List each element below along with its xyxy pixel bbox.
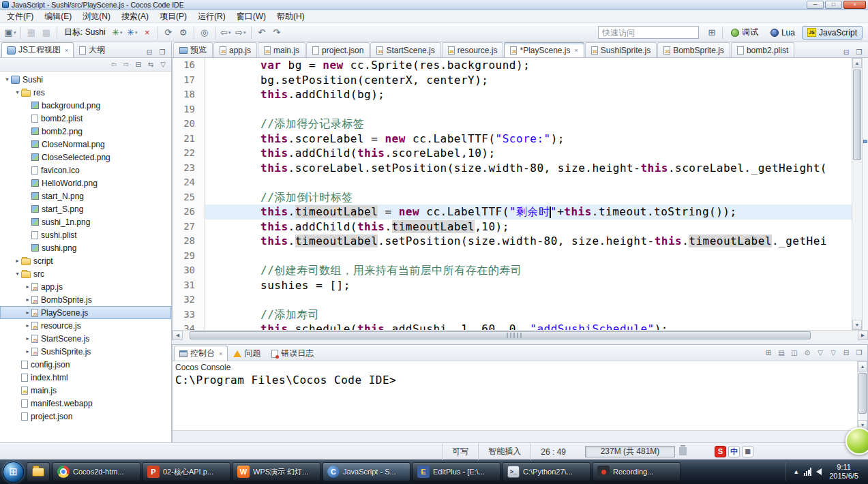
tab-startscene-js[interactable]: StartScene.js bbox=[370, 42, 440, 57]
tab-main-js[interactable]: main.js bbox=[258, 42, 305, 57]
tree-item-index-html[interactable]: index.html bbox=[0, 371, 171, 384]
editor-horizontal-scrollbar[interactable]: ◀ ▶ bbox=[173, 330, 868, 340]
tab-bomb2-plist[interactable]: bomb2.plist bbox=[731, 42, 794, 57]
tree-item-closeselected-png[interactable]: CloseSelected.png bbox=[0, 151, 171, 164]
tab-problems[interactable]: 问题 bbox=[228, 346, 266, 361]
minimize-editor-icon[interactable]: ⊟ bbox=[841, 46, 852, 57]
forward-icon[interactable]: ⇨▾ bbox=[233, 25, 248, 40]
scrollbar-thumb[interactable] bbox=[190, 331, 811, 339]
stop-icon[interactable]: × bbox=[140, 25, 155, 40]
tree-item-helloworld-png[interactable]: HelloWorld.png bbox=[0, 177, 171, 190]
search-icon[interactable]: ◎ bbox=[197, 25, 212, 40]
last-edit-location-icon[interactable]: ↶ bbox=[254, 25, 269, 40]
menu-edit[interactable]: 编辑(E) bbox=[39, 10, 77, 24]
tree-item-sushi-plist[interactable]: sushi.plist bbox=[0, 228, 171, 241]
scrollbar-thumb[interactable] bbox=[853, 70, 861, 160]
tree-item-playscene-js[interactable]: ▸PlayScene.js bbox=[0, 306, 171, 319]
minimize-console-icon[interactable]: ⊟ bbox=[841, 348, 852, 359]
explorer-taskbar-button[interactable] bbox=[27, 462, 50, 481]
scrollbar-thumb[interactable] bbox=[858, 373, 867, 414]
code-line-content[interactable]: //创建寿司数组，用来持有当前层中所有存在的寿司 bbox=[205, 263, 852, 278]
tab-js-project-view[interactable]: JS工程视图× bbox=[1, 42, 74, 57]
tab-app-js[interactable]: app.js bbox=[213, 42, 257, 57]
taskbar-recording[interactable]: Recording... bbox=[593, 462, 680, 481]
tree-item-res[interactable]: ▾res bbox=[0, 86, 171, 99]
tab-resource-js[interactable]: resource.js bbox=[442, 42, 504, 57]
quick-access-input[interactable] bbox=[598, 26, 699, 39]
back-icon[interactable]: ⇦▾ bbox=[218, 25, 233, 40]
console-view-menu-icon[interactable]: ▽ bbox=[828, 348, 839, 359]
scroll-up-icon[interactable]: ▲ bbox=[852, 58, 862, 68]
code-line-content[interactable]: //添加寿司 bbox=[205, 307, 852, 322]
target-selector[interactable]: 目标: Sushi bbox=[60, 27, 110, 38]
tab-error-log[interactable]: 错误日志 bbox=[266, 346, 319, 361]
tab-bombsprite-js[interactable]: BombSprite.js bbox=[657, 42, 730, 57]
overview-ruler[interactable] bbox=[862, 58, 868, 330]
taskbar-wps[interactable]: WWPS演示 幻灯... bbox=[233, 462, 320, 481]
code-line-content[interactable]: //添加倒计时标签 bbox=[205, 190, 852, 205]
close-view-icon[interactable]: × bbox=[219, 350, 222, 357]
tree-item-manifest-webapp[interactable]: manifest.webapp bbox=[0, 397, 171, 410]
floating-assistant-widget[interactable] bbox=[845, 427, 868, 455]
code-line-content[interactable]: sushies = []; bbox=[205, 278, 852, 293]
code-line-content[interactable]: this.timeoutLabel.setPosition(size.width… bbox=[205, 234, 852, 249]
keyboard-layout-icon[interactable]: ▦ bbox=[742, 446, 753, 457]
tab-outline[interactable]: 大纲 bbox=[74, 42, 110, 57]
view-menu-icon[interactable]: ▽ bbox=[158, 59, 168, 70]
tree-item-bombsprite-js[interactable]: ▸BombSprite.js bbox=[0, 293, 171, 306]
tab-project-json[interactable]: project.json bbox=[306, 42, 370, 57]
tray-expand-icon[interactable]: ▲ bbox=[793, 468, 799, 475]
tab-preview[interactable]: 预览 bbox=[173, 42, 213, 57]
code-line-content[interactable] bbox=[205, 102, 852, 117]
code-line-content[interactable]: this.timeoutLabel = new cc.LabelTTF("剩余时… bbox=[205, 205, 852, 220]
tab-sushisprite-js[interactable]: SushiSprite.js bbox=[585, 42, 657, 57]
menu-file[interactable]: 文件(F) bbox=[1, 10, 39, 24]
perspective-javascript[interactable]: JSJavaScript bbox=[802, 26, 863, 40]
tree-arrow-icon[interactable]: ▸ bbox=[24, 284, 31, 290]
scroll-up-icon[interactable]: ▲ bbox=[858, 361, 867, 372]
scroll-down-icon[interactable]: ▼ bbox=[852, 320, 862, 330]
scroll-left-icon[interactable]: ◀ bbox=[173, 331, 183, 340]
taskbar-chrome[interactable]: Cocos2d-htm... bbox=[53, 462, 140, 481]
tree-item-background-png[interactable]: background.png bbox=[0, 99, 171, 112]
tree-item-start-n-png[interactable]: start_N.png bbox=[0, 190, 171, 202]
close-button[interactable]: × bbox=[843, 1, 866, 9]
code-line-content[interactable]: //添加得分记录标签 bbox=[205, 117, 852, 132]
minimize-button[interactable]: ─ bbox=[807, 1, 824, 9]
chinese-mode-icon[interactable]: 中 bbox=[728, 446, 740, 457]
pin-console-icon[interactable]: ⊙ bbox=[802, 348, 813, 359]
refresh-icon[interactable]: ⟳ bbox=[161, 25, 176, 40]
menu-navigate[interactable]: 浏览(N) bbox=[77, 10, 116, 24]
taskbar-powerpoint[interactable]: P02-核心API.p... bbox=[143, 462, 230, 481]
code-line-content[interactable] bbox=[205, 249, 852, 264]
save-icon[interactable]: ▦ bbox=[24, 25, 39, 40]
code-line-content[interactable]: bg.setPosition(centerX, centerY); bbox=[205, 73, 852, 88]
start-button[interactable]: ⊞ bbox=[3, 462, 24, 483]
tree-arrow-icon[interactable]: ▾ bbox=[14, 271, 21, 277]
menu-window[interactable]: 窗口(W) bbox=[231, 10, 271, 24]
console-output[interactable]: C:\Program Files\Cocos Code IDE> bbox=[175, 374, 854, 387]
sogou-input-icon[interactable]: S bbox=[715, 446, 726, 457]
code-line-content[interactable]: this.scoreLabel = new cc.LabelTTF("Score… bbox=[205, 132, 852, 147]
tree-arrow-icon[interactable]: ▸ bbox=[14, 258, 21, 264]
menu-help[interactable]: 帮助(H) bbox=[271, 10, 310, 24]
save-all-icon[interactable]: ▩ bbox=[39, 25, 54, 40]
taskbar-cocos-ide[interactable]: CJavaScript - S... bbox=[323, 462, 410, 481]
tree-item-main-js[interactable]: main.js bbox=[0, 384, 171, 397]
code-line-content[interactable]: this.addChild(bg); bbox=[205, 87, 852, 102]
tree-arrow-icon[interactable]: ▸ bbox=[24, 297, 31, 303]
scroll-right-icon[interactable]: ▶ bbox=[858, 331, 868, 340]
tree-arrow-icon[interactable]: ▸ bbox=[24, 348, 31, 354]
editor-vertical-scrollbar[interactable]: ▲ ▼ bbox=[852, 58, 862, 330]
tree-item-sushisprite-js[interactable]: ▸SushiSprite.js bbox=[0, 345, 171, 358]
console-vertical-scrollbar[interactable]: ▲ ▼ bbox=[857, 361, 867, 430]
perspective-lua[interactable]: Lua bbox=[765, 26, 800, 40]
tree-item-app-js[interactable]: ▸app.js bbox=[0, 280, 171, 293]
menu-project[interactable]: 项目(P) bbox=[154, 10, 192, 24]
tree-item-src[interactable]: ▾src bbox=[0, 267, 171, 280]
tree-item-favicon-ico[interactable]: favicon.ico bbox=[0, 164, 171, 177]
next-annotation-icon[interactable]: ↷ bbox=[269, 25, 284, 40]
back-history-icon[interactable]: ⇦ bbox=[108, 59, 119, 70]
collapse-all-icon[interactable]: ⊟ bbox=[133, 59, 144, 70]
menu-search[interactable]: 搜索(A) bbox=[116, 10, 154, 24]
